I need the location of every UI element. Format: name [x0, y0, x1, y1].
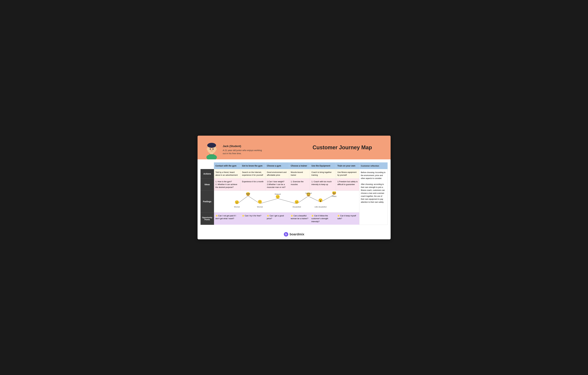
- opp-choosetrainer: ⭐Can a beautiful woman be a trainer?: [289, 212, 310, 225]
- svg-text:🙂: 🙂: [275, 194, 280, 199]
- col-trainown: Train on your own: [336, 162, 359, 169]
- star-icon: ⭐: [337, 215, 340, 217]
- svg-point-7: [211, 150, 212, 150]
- opp-gettoknow: ⭐Can I try it for free?: [241, 212, 265, 225]
- boardmix-icon: b: [284, 232, 288, 237]
- opp-equipment: ⭐Can it follow the customer's strength i…: [310, 212, 336, 225]
- actions-equipment: Coach to bring together training: [310, 169, 336, 179]
- svg-text:😐: 😐: [294, 200, 299, 204]
- page-title: Customer Journey Map: [294, 144, 391, 151]
- ideas-choosegym: 1.Can I lose weight?2.Whether I can be a…: [265, 179, 289, 191]
- ideas-equipment: 1. Coach with too much intensity to keep…: [310, 179, 336, 191]
- empty-header: [200, 162, 214, 169]
- actions-contact: Told by a friend, heard about in an adve…: [214, 169, 241, 179]
- cjm-table: Contact with the gym Get to know the gym…: [200, 162, 388, 225]
- svg-text:b: b: [285, 233, 287, 236]
- star-icon: ⭐: [311, 215, 314, 217]
- svg-text:😮: 😮: [318, 198, 323, 203]
- ideas-choosetrainer: 1. Exercise the muscles: [289, 179, 310, 191]
- opportunity-label: Opportunity Points: [200, 212, 214, 225]
- svg-text:😆: 😆: [332, 192, 336, 195]
- avatar-area: [203, 140, 220, 159]
- ideas-gettoknow: Experience it for a month: [241, 179, 265, 191]
- svg-text:Worried: Worried: [257, 206, 262, 208]
- actions-choosegym: Good environment and affordable price: [265, 169, 289, 179]
- svg-text:Dissatisfied: Dissatisfied: [293, 206, 301, 208]
- feelings-label: Feelings: [200, 191, 214, 212]
- svg-text:😟: 😟: [235, 200, 239, 204]
- svg-point-5: [210, 149, 211, 150]
- brand-name: boardmix: [290, 232, 304, 236]
- avatar: [203, 140, 220, 159]
- svg-text:Relief: Relief: [246, 193, 250, 194]
- actions-choosetrainer: Muscle-bound trainer: [289, 169, 310, 179]
- svg-text:Satisfied: Satisfied: [305, 192, 311, 194]
- opp-contact: ⭐Can I not get paid if I don't get what …: [214, 212, 241, 225]
- actions-label: Actions: [200, 169, 214, 179]
- page-wrapper: Jack (Student) A 21 year old junior who …: [198, 136, 391, 239]
- persona-name: Jack (Student): [223, 145, 262, 148]
- ideas-contact: 1. How is the gym?2. Whether it can achi…: [214, 179, 241, 191]
- svg-point-4: [208, 144, 216, 147]
- star-icon: ⭐: [242, 215, 244, 217]
- star-icon: ⭐: [216, 215, 218, 217]
- svg-text:Relaxed: Relaxed: [275, 193, 281, 195]
- ideas-trainown: 1.Freedom but safety is difficult to gua…: [336, 179, 359, 191]
- col-equipment: Use the Equipment: [310, 162, 336, 169]
- star-icon: ⭐: [267, 215, 269, 217]
- feelings-chart-cell: 😟 Worried 😀 Relief 🙁 Worried: [214, 191, 359, 212]
- svg-point-8: [207, 148, 208, 150]
- actions-row: Actions Told by a friend, heard about in…: [200, 169, 388, 179]
- svg-point-6: [212, 149, 213, 150]
- persona-desc: A 21 year old junior who enjoys workingo…: [223, 149, 262, 155]
- col-choosetrainer: Choose a trainer: [289, 162, 310, 169]
- actions-trainown: Use fitness equipment by yourself: [336, 169, 359, 179]
- col-choosegym: Choose a gym: [265, 162, 289, 169]
- svg-point-9: [216, 148, 217, 150]
- svg-text:Happy: Happy: [332, 195, 336, 197]
- opp-choosegym: ⭐Can I get a good price?: [265, 212, 289, 225]
- opp-trainown: ⭐Can it keep myself safe?: [336, 212, 359, 225]
- feelings-svg: 😟 Worried 😀 Relief 🙁 Worried: [215, 192, 358, 211]
- col-gettoknow: Get to know the gym: [241, 162, 265, 169]
- footer: b boardmix: [198, 229, 391, 239]
- svg-text:🙁: 🙁: [258, 200, 262, 204]
- col-reflection: Customer reflection: [359, 162, 388, 169]
- svg-text:Worried: Worried: [234, 206, 240, 208]
- persona-info: Jack (Student) A 21 year old junior who …: [223, 145, 262, 159]
- svg-text:Little dissatisfied: Little dissatisfied: [315, 206, 326, 208]
- svg-point-0: [206, 154, 217, 159]
- brand-logo: b boardmix: [284, 232, 304, 237]
- star-icon: ⭐: [291, 215, 293, 217]
- header: Jack (Student) A 21 year old junior who …: [198, 136, 391, 159]
- actions-gettoknow: Search on the Internet, experience it fo…: [241, 169, 265, 179]
- ideas-label: Ideas: [200, 179, 214, 191]
- main-area: Contact with the gym Get to know the gym…: [198, 159, 391, 229]
- column-header-row: Contact with the gym Get to know the gym…: [200, 162, 388, 169]
- col-contact: Contact with the gym: [214, 162, 241, 169]
- reflection-cell: Before choosing: According to the enviro…: [359, 169, 388, 225]
